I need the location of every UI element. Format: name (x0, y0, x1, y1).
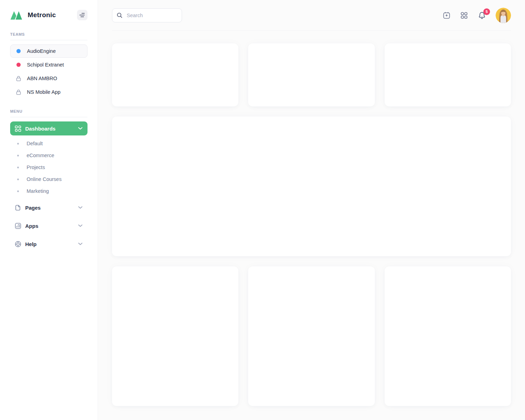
submenu-item-online-courses[interactable]: Online Courses (10, 173, 88, 185)
team-dot-red (15, 63, 22, 67)
main-panel-card (112, 117, 511, 256)
teams-list: AudioEngine Schipol Extranet ABN AMBRO (10, 44, 88, 99)
menu-item-dashboards[interactable]: Dashboards (10, 121, 88, 135)
divider (10, 40, 88, 40)
menu-section-label: MENU (10, 109, 88, 113)
panel-card (385, 266, 511, 406)
team-label: AudioEngine (27, 48, 56, 54)
menu-toggle-icon (79, 13, 85, 18)
team-label: ABN AMBRO (27, 76, 57, 81)
notifications-button[interactable]: 5 (477, 11, 486, 20)
menu-item-help[interactable]: Help (10, 237, 88, 251)
panel-card (248, 266, 374, 406)
menu-label: Apps (25, 223, 78, 229)
sidebar: Metronic TEAMS AudioEngine Schipol Extra… (0, 0, 98, 420)
submenu-label: Default (27, 141, 43, 146)
topbar: 5 (112, 0, 511, 31)
bullet-icon (17, 190, 19, 192)
team-item-ns-mobile-app[interactable]: NS Mobile App (10, 85, 88, 99)
dashboards-submenu: Default eCommerce Projects Online Course… (10, 138, 88, 197)
main-menu: Dashboards Default eCommerce Projects On… (10, 121, 88, 251)
team-item-audioengine[interactable]: AudioEngine (10, 44, 88, 58)
menu-item-apps[interactable]: Apps (10, 219, 88, 233)
metronic-logo-icon (10, 10, 24, 20)
menu-label: Help (25, 241, 78, 247)
dashboard-cards (98, 31, 525, 420)
bullet-icon (17, 167, 19, 168)
chevron-down-icon (78, 127, 83, 130)
team-item-abn-ambro[interactable]: ABN AMBRO (10, 72, 88, 85)
apps-launcher-button[interactable] (460, 11, 468, 20)
stat-card (248, 43, 374, 106)
menu-label: Dashboards (25, 126, 78, 132)
page-icon (14, 204, 21, 211)
bullet-icon (17, 155, 19, 156)
top-card-row (112, 43, 511, 106)
sidebar-header: Metronic (10, 8, 88, 22)
submenu-item-marketing[interactable]: Marketing (10, 185, 88, 197)
submenu-label: Projects (27, 164, 45, 170)
team-item-schipol-extranet[interactable]: Schipol Extranet (10, 58, 88, 71)
main-content: 5 (98, 0, 525, 420)
chevron-down-icon (78, 243, 83, 245)
add-widget-button[interactable] (442, 11, 451, 20)
search-icon (117, 12, 123, 19)
calendar-plus-icon (442, 11, 451, 20)
topbar-actions: 5 (442, 8, 511, 23)
submenu-item-default[interactable]: Default (10, 138, 88, 149)
submenu-label: Online Courses (27, 176, 62, 182)
divider (10, 117, 88, 117)
avatar-image (496, 8, 511, 23)
bottom-card-row (112, 266, 511, 406)
teams-section-label: TEAMS (10, 32, 88, 36)
search-box[interactable] (112, 8, 182, 22)
grid-icon (14, 125, 21, 132)
menu-item-pages[interactable]: Pages (10, 201, 88, 215)
submenu-item-projects[interactable]: Projects (10, 161, 88, 173)
chevron-down-icon (78, 206, 83, 209)
avatar[interactable] (496, 8, 511, 23)
notification-badge: 5 (483, 8, 490, 15)
panel-card (112, 266, 238, 406)
apps-grid-icon (460, 11, 468, 20)
chevron-down-icon (78, 224, 83, 227)
search-input[interactable] (126, 12, 177, 19)
lock-icon (15, 76, 22, 82)
team-label: NS Mobile App (27, 89, 61, 95)
stat-card (385, 43, 511, 106)
lock-icon (15, 89, 22, 95)
submenu-label: Marketing (27, 188, 49, 194)
team-dot-blue (15, 49, 22, 53)
stat-card (112, 43, 238, 106)
submenu-label: eCommerce (27, 153, 54, 158)
submenu-item-ecommerce[interactable]: eCommerce (10, 149, 88, 161)
team-label: Schipol Extranet (27, 62, 64, 68)
logo[interactable]: Metronic (10, 10, 56, 20)
sidebar-toggle-button[interactable] (77, 10, 88, 20)
app-title: Metronic (28, 11, 56, 19)
bullet-icon (17, 178, 19, 180)
menu-label: Pages (25, 205, 78, 211)
lifebuoy-icon (14, 241, 21, 247)
bullet-icon (17, 143, 19, 145)
chart-square-icon (14, 223, 21, 229)
